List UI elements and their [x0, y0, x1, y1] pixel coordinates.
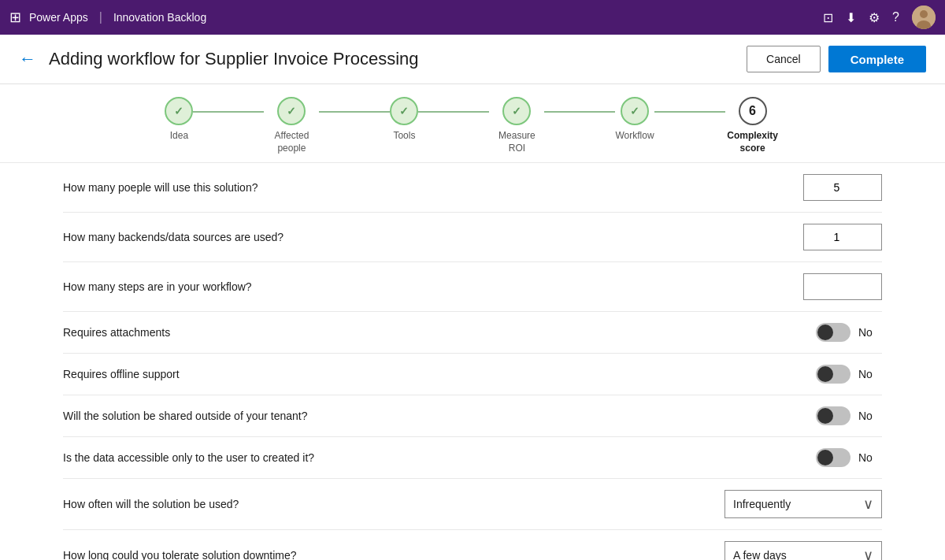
form-label-frequency: How often will the solution be used? [63, 498, 724, 510]
step-label-2: Tools [393, 130, 415, 143]
step-circle-2: ✓ [390, 97, 418, 125]
form-control-downtime: A few days∨ [724, 541, 882, 560]
step-connector [193, 111, 264, 113]
app-name: Power Apps [29, 11, 88, 24]
form-row-dataaccess: Is the data accessible only to the user … [63, 437, 882, 479]
page-name: Innovation Backlog [113, 11, 206, 24]
form-control-people [803, 174, 882, 201]
step-connector [654, 111, 725, 113]
toggle-label-shared: No [858, 410, 882, 422]
step-circle-1: ✓ [277, 97, 306, 125]
step-item-2[interactable]: ✓Tools [390, 97, 418, 143]
form-label-shared: Will the solution be shared outside of y… [63, 410, 816, 422]
input-people[interactable] [803, 174, 882, 201]
svg-point-1 [920, 10, 928, 18]
page-title: Adding workflow for Supplier Invoice Pro… [49, 49, 419, 69]
main-content: How many poeple will use this solution?H… [0, 163, 945, 560]
step-label-3: Measure ROI [489, 130, 544, 154]
separator: | [99, 10, 102, 24]
step-item-3[interactable]: ✓Measure ROI [489, 97, 544, 154]
grid-icon[interactable]: ⊞ [9, 9, 21, 26]
input-steps[interactable] [803, 273, 882, 300]
input-backends[interactable] [803, 224, 882, 250]
form-row-frequency: How often will the solution be used?Infr… [63, 479, 882, 530]
step-circle-0: ✓ [165, 97, 193, 125]
step-item-4[interactable]: ✓Workflow [615, 97, 654, 143]
help-icon[interactable]: ? [892, 10, 899, 24]
toggle-wrap-offline: No [816, 365, 882, 384]
download-icon[interactable]: ⬇ [846, 10, 856, 25]
step-connector [544, 111, 615, 113]
display-icon[interactable]: ⊡ [823, 10, 833, 25]
top-bar-right: ⊡ ⬇ ⚙ ? [823, 6, 936, 29]
settings-icon[interactable]: ⚙ [869, 10, 880, 25]
form-control-shared: No [816, 406, 882, 425]
step-circle-3: ✓ [502, 97, 531, 125]
dropdown-arrow-frequency: ∨ [863, 495, 873, 513]
form-control-backends [803, 224, 882, 250]
step-label-4: Workflow [615, 130, 654, 143]
step-circle-5: 6 [739, 97, 767, 125]
form-label-attachments: Requires attachments [63, 326, 816, 339]
step-label-1: Affected people [264, 130, 319, 154]
form-control-dataaccess: No [816, 448, 882, 467]
toggle-thumb-dataaccess [817, 450, 833, 465]
form-row-steps: How many steps are in your workflow? [63, 262, 882, 312]
step-label-0: Idea [170, 130, 188, 143]
form-control-attachments: No [816, 323, 882, 342]
form-row-downtime: How long could you tolerate solution dow… [63, 530, 882, 560]
page-header-left: ← Adding workflow for Supplier Invoice P… [19, 49, 419, 69]
form-control-offline: No [816, 365, 882, 384]
form-row-backends: How many backends/data sources are used? [63, 213, 882, 262]
toggle-dataaccess[interactable] [816, 448, 850, 467]
form-label-backends: How many backends/data sources are used? [63, 231, 803, 243]
dropdown-frequency[interactable]: Infrequently∨ [724, 490, 882, 518]
cancel-button[interactable]: Cancel [747, 46, 821, 72]
step-connector [418, 111, 489, 113]
form-label-dataaccess: Is the data accessible only to the user … [63, 451, 816, 464]
toggle-label-attachments: No [858, 326, 882, 339]
form-row-shared: Will the solution be shared outside of y… [63, 395, 882, 437]
form-control-steps [803, 273, 882, 300]
form-row-attachments: Requires attachmentsNo [63, 312, 882, 354]
step-connector [319, 111, 390, 113]
step-circle-4: ✓ [621, 97, 649, 125]
step-item-1[interactable]: ✓Affected people [264, 97, 319, 154]
toggle-label-offline: No [858, 368, 882, 380]
dropdown-value-downtime: A few days [733, 549, 787, 560]
dropdown-downtime[interactable]: A few days∨ [724, 541, 882, 560]
toggle-thumb-shared [817, 408, 833, 424]
form-label-downtime: How long could you tolerate solution dow… [63, 549, 724, 560]
step-label-5: Complexity score [725, 130, 780, 154]
avatar[interactable] [912, 6, 936, 29]
dropdown-value-frequency: Infrequently [733, 498, 791, 510]
stepper: ✓Idea✓Affected people✓Tools✓Measure ROI✓… [0, 84, 945, 163]
back-button[interactable]: ← [19, 49, 36, 69]
form-label-people: How many poeple will use this solution? [63, 181, 803, 194]
complete-button[interactable]: Complete [828, 46, 926, 72]
toggle-offline[interactable] [816, 365, 850, 384]
form-row-people: How many poeple will use this solution? [63, 163, 882, 213]
toggle-thumb-offline [817, 366, 833, 382]
step-item-5[interactable]: 6Complexity score [725, 97, 780, 154]
form-row-offline: Requires offline supportNo [63, 354, 882, 395]
toggle-wrap-attachments: No [816, 323, 882, 342]
form-label-offline: Requires offline support [63, 368, 816, 380]
toggle-wrap-shared: No [816, 406, 882, 425]
header-actions: Cancel Complete [747, 46, 926, 72]
step-item-0[interactable]: ✓Idea [165, 97, 193, 143]
toggle-shared[interactable] [816, 406, 850, 425]
form-label-steps: How many steps are in your workflow? [63, 280, 803, 293]
dropdown-arrow-downtime: ∨ [863, 547, 873, 560]
toggle-label-dataaccess: No [858, 451, 882, 464]
toggle-thumb-attachments [817, 325, 833, 340]
toggle-attachments[interactable] [816, 323, 850, 342]
form-control-frequency: Infrequently∨ [724, 490, 882, 518]
top-bar: ⊞ Power Apps | Innovation Backlog ⊡ ⬇ ⚙ … [0, 0, 945, 35]
page-header: ← Adding workflow for Supplier Invoice P… [0, 35, 945, 84]
toggle-wrap-dataaccess: No [816, 448, 882, 467]
